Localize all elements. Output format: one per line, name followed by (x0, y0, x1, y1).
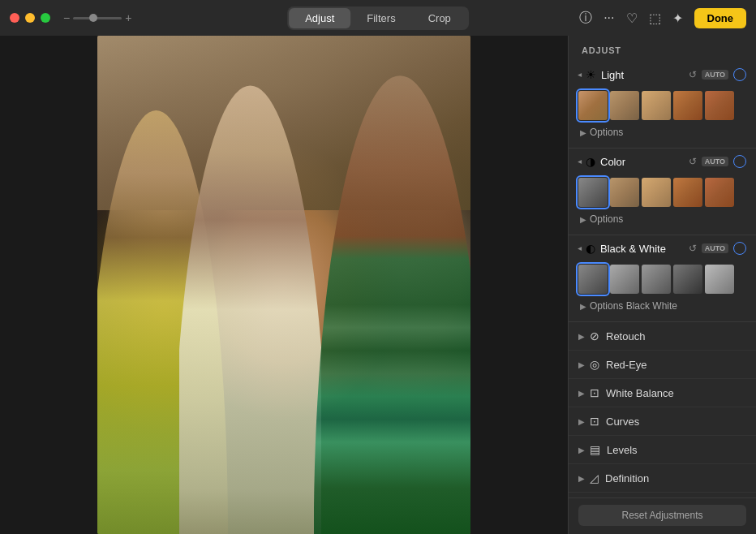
light-chevron-icon: ▾ (576, 73, 585, 77)
whitebalance-label: White Balance (606, 387, 674, 399)
color-thumb-1[interactable] (610, 178, 639, 207)
light-options-row[interactable]: ▶ Options (569, 123, 756, 143)
retouch-label: Retouch (606, 330, 645, 342)
selectivecolor-section[interactable]: ▶ ✦ Selective Color (569, 492, 756, 497)
light-controls: ↺ AUTO (689, 68, 746, 81)
tab-filters[interactable]: Filters (350, 8, 411, 28)
whitebalance-section[interactable]: ▶ ⊡ White Balance (569, 378, 756, 407)
color-auto-badge[interactable]: AUTO (702, 157, 728, 166)
color-thumbnails[interactable] (569, 174, 756, 210)
more-icon[interactable]: ··· (604, 11, 614, 25)
redeye-section[interactable]: ▶ ◎ Red-Eye (569, 350, 756, 378)
zoom-slider[interactable] (73, 17, 122, 19)
retouch-section[interactable]: ▶ ⊘ Retouch (569, 322, 756, 350)
panel-header: ADJUST (569, 36, 756, 62)
bw-thumb-2[interactable] (642, 265, 671, 294)
color-chevron-icon: ▾ (576, 160, 585, 164)
levels-section[interactable]: ▶ ▤ Levels (569, 435, 756, 463)
bw-thumbnails[interactable] (569, 261, 756, 297)
info-icon[interactable]: ⓘ (579, 10, 592, 27)
bw-section-header[interactable]: ▾ ◐ Black & White ↺ AUTO (569, 235, 756, 261)
levels-chevron-icon: ▶ (578, 446, 585, 454)
color-circle-icon: ◑ (586, 155, 595, 168)
titlebar-right: ⓘ ··· ♡ ⬚ ✦ Done (579, 8, 746, 28)
bw-auto-badge[interactable]: AUTO (702, 243, 728, 253)
reset-adjustments-area: Reset Adjustments (569, 497, 756, 534)
zoom-in-button[interactable]: + (125, 11, 131, 24)
bw-options-label: Options Black White (590, 300, 677, 312)
light-options-label: Options (590, 127, 623, 138)
photo-background (97, 36, 470, 534)
color-options-label: Options (590, 213, 623, 225)
light-reset-icon[interactable]: ↺ (689, 69, 697, 80)
color-toggle[interactable] (733, 155, 746, 168)
light-thumb-0[interactable] (578, 91, 608, 120)
light-options-chevron-icon: ▶ (580, 128, 586, 137)
color-thumb-0[interactable] (578, 178, 608, 207)
zoom-control: − + (63, 11, 131, 24)
curves-section[interactable]: ▶ ⊡ Curves (569, 407, 756, 435)
bw-thumb-0[interactable] (578, 265, 608, 294)
minimize-button[interactable] (25, 13, 35, 23)
light-section: ▾ ☀ Light ↺ AUTO ▶ (569, 62, 756, 149)
close-button[interactable] (10, 13, 19, 23)
bw-thumb-3[interactable] (673, 265, 702, 294)
redeye-chevron-icon: ▶ (578, 360, 585, 369)
reset-adjustments-button[interactable]: Reset Adjustments (578, 505, 746, 526)
curves-chevron-icon: ▶ (578, 417, 585, 426)
star-icon[interactable]: ✦ (672, 11, 683, 26)
redeye-icon: ◎ (590, 358, 599, 371)
color-controls: ↺ AUTO (689, 155, 746, 168)
color-section: ▾ ◑ Color ↺ AUTO ▶ (569, 149, 756, 235)
color-section-header[interactable]: ▾ ◑ Color ↺ AUTO (569, 149, 756, 174)
retouch-chevron-icon: ▶ (578, 332, 585, 341)
zoom-out-button[interactable]: − (63, 11, 70, 24)
levels-icon: ▤ (590, 443, 600, 456)
color-options-row[interactable]: ▶ Options (569, 210, 756, 230)
zoom-thumb (89, 14, 97, 22)
panel-scroll[interactable]: ▾ ☀ Light ↺ AUTO ▶ (569, 62, 756, 497)
crop-icon[interactable]: ⬚ (649, 11, 661, 26)
bw-chevron-icon: ▾ (576, 247, 585, 251)
definition-label: Definition (605, 472, 649, 484)
light-thumb-4[interactable] (705, 91, 734, 120)
light-thumb-1[interactable] (610, 91, 639, 120)
whitebalance-chevron-icon: ▶ (578, 389, 585, 398)
tab-crop[interactable]: Crop (412, 8, 467, 28)
bw-title: Black & White (600, 243, 689, 255)
light-section-header[interactable]: ▾ ☀ Light ↺ AUTO (569, 62, 756, 88)
bw-options-row[interactable]: ▶ Options Black White (569, 297, 756, 317)
done-button[interactable]: Done (694, 8, 747, 28)
definition-section[interactable]: ▶ ◿ Definition (569, 463, 756, 492)
light-sun-icon: ☀ (586, 68, 596, 81)
light-auto-badge[interactable]: AUTO (702, 70, 728, 80)
color-reset-icon[interactable]: ↺ (689, 156, 697, 167)
whitebalance-icon: ⊡ (590, 386, 599, 399)
light-thumb-2[interactable] (642, 91, 671, 120)
titlebar: − + Adjust Filters Crop ⓘ ··· ♡ ⬚ ✦ Done (0, 0, 756, 36)
nav-tabs: Adjust Filters Crop (287, 6, 469, 30)
light-thumb-3[interactable] (673, 91, 702, 120)
collapsed-sections: ▶ ⊘ Retouch ▶ ◎ Red-Eye ▶ ⊡ White Balanc… (569, 322, 756, 497)
photo-container (97, 36, 470, 534)
color-options-chevron-icon: ▶ (580, 215, 586, 224)
light-toggle[interactable] (733, 68, 746, 81)
heart-icon[interactable]: ♡ (626, 11, 638, 26)
bw-section: ▾ ◐ Black & White ↺ AUTO (569, 235, 756, 322)
tab-adjust[interactable]: Adjust (289, 8, 350, 28)
bw-controls: ↺ AUTO (689, 242, 746, 255)
color-thumb-4[interactable] (705, 178, 734, 207)
color-title: Color (600, 156, 689, 168)
bw-toggle[interactable] (733, 242, 746, 255)
bw-reset-icon[interactable]: ↺ (689, 243, 697, 254)
light-thumbnails[interactable] (569, 88, 756, 123)
bw-thumb-1[interactable] (610, 265, 639, 294)
light-title: Light (601, 69, 689, 81)
definition-chevron-icon: ▶ (578, 474, 585, 483)
color-thumb-3[interactable] (673, 178, 702, 207)
maximize-button[interactable] (41, 13, 50, 23)
redeye-label: Red-Eye (606, 359, 647, 371)
color-thumb-2[interactable] (642, 178, 671, 207)
photo-area (0, 36, 568, 534)
bw-thumb-4[interactable] (705, 265, 734, 294)
